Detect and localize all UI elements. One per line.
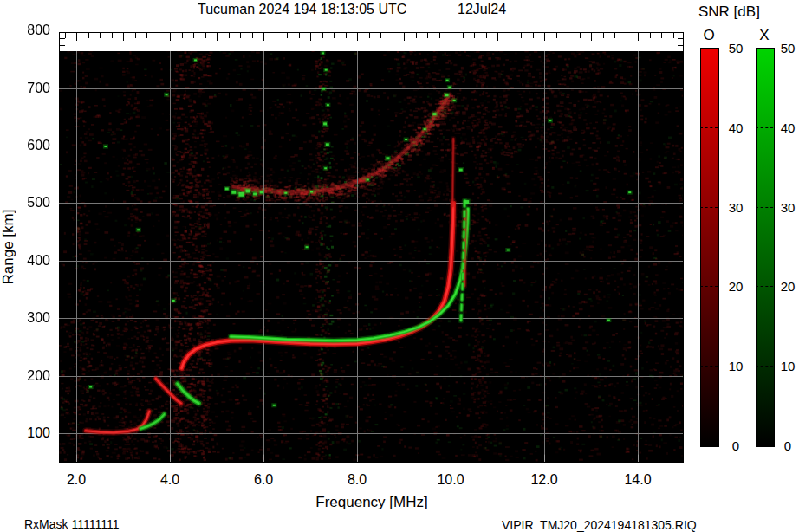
- axis-tick: [591, 33, 592, 41]
- colorbar-tick-dash: [756, 207, 773, 208]
- axis-tick: [603, 33, 604, 38]
- o-colorbar: [700, 48, 719, 447]
- ionogram-page: Tucuman 2024 194 18:13:05 UTC 12Jul24 SN…: [0, 0, 799, 532]
- axis-tick: [650, 33, 651, 38]
- colorbar-tick-label: 10: [724, 360, 747, 373]
- colorbar-tick-label: 50: [724, 42, 747, 55]
- axis-tick: [252, 33, 253, 38]
- axis-tick: [544, 33, 545, 41]
- x-axis-title: Frequency [MHz]: [285, 494, 458, 511]
- axis-tick: [159, 33, 159, 38]
- colorbar-tick-dash: [700, 366, 718, 367]
- x-tick-label: 14.0: [619, 472, 657, 488]
- y-tick-label: 500: [16, 196, 50, 210]
- axis-tick: [299, 33, 300, 38]
- axis-tick: [263, 33, 264, 41]
- colorbar-tick-label: 40: [776, 121, 799, 134]
- x-tick-label: 8.0: [338, 472, 376, 488]
- colorbar-title: SNR [dB]: [698, 3, 760, 21]
- x-tick-label: 12.0: [525, 472, 563, 488]
- axis-tick: [76, 33, 77, 41]
- colorbar-tick-label: 0: [776, 439, 799, 452]
- y-tick-label: 800: [16, 23, 50, 37]
- axis-tick: [135, 33, 136, 38]
- axis-tick: [614, 33, 615, 38]
- x-tick-label: 4.0: [151, 472, 189, 488]
- x-tick-label: 6.0: [244, 472, 283, 488]
- colorbar-tick-dash: [700, 127, 718, 128]
- axis-tick: [439, 33, 440, 38]
- colorbar-tick-label: 0: [724, 439, 747, 452]
- page-title: Tucuman 2024 194 18:13:05 UTC: [198, 2, 406, 17]
- axis-tick: [427, 33, 428, 38]
- colorbar-tick-label: 10: [776, 360, 799, 373]
- axis-tick: [287, 33, 288, 38]
- file-name-label: VIPIR TMJ20_2024194181305.RIQ: [502, 518, 697, 532]
- axis-tick: [580, 33, 581, 38]
- x-tick-label: 10.0: [432, 472, 470, 488]
- date-label: 12Jul24: [458, 2, 506, 17]
- axis-tick: [673, 33, 674, 38]
- axis-tick: [416, 33, 417, 38]
- rx-mask-label: RxMask 11111111: [24, 517, 119, 531]
- axis-tick: [334, 33, 335, 38]
- axis-tick: [217, 33, 218, 41]
- colorbar-tick-label: 20: [724, 280, 747, 293]
- axis-tick: [170, 33, 171, 41]
- axis-tick: [474, 33, 475, 38]
- y-tick-label: 300: [16, 311, 50, 325]
- ionogram-canvas: [59, 51, 683, 462]
- axis-tick: [229, 33, 230, 38]
- colorbar-tick-dash: [756, 127, 773, 128]
- axis-tick: [60, 38, 65, 39]
- axis-tick: [451, 33, 451, 41]
- axis-tick: [276, 33, 276, 38]
- colorbar-tick-label: 30: [724, 201, 747, 214]
- axis-tick: [193, 33, 194, 38]
- colorbar-tick-dash: [700, 286, 718, 287]
- axis-tick: [521, 33, 522, 38]
- axis-tick: [404, 33, 405, 41]
- axis-tick: [346, 33, 347, 38]
- axis-tick: [369, 33, 370, 38]
- axis-tick: [146, 33, 147, 38]
- x-colorbar: [756, 48, 775, 447]
- axis-tick: [240, 33, 241, 38]
- axis-tick: [322, 33, 323, 38]
- o-mode-label: O: [694, 27, 724, 44]
- axis-tick: [182, 33, 183, 38]
- axis-tick: [661, 33, 662, 38]
- axis-tick: [510, 33, 510, 38]
- axis-tick: [60, 45, 65, 46]
- colorbar-tick-label: 30: [776, 201, 799, 214]
- axis-tick: [357, 33, 358, 41]
- axis-tick: [123, 33, 124, 41]
- axis-tick: [100, 33, 101, 38]
- y-tick-label: 400: [16, 254, 50, 268]
- axis-tick: [638, 33, 639, 41]
- y-tick-label: 100: [16, 426, 50, 440]
- axis-tick: [627, 33, 627, 38]
- x-mode-label: X: [750, 27, 779, 44]
- axis-tick: [393, 33, 393, 38]
- axis-tick: [678, 45, 683, 46]
- y-tick-label: 700: [16, 81, 50, 95]
- axis-tick: [497, 33, 498, 41]
- axis-tick: [380, 33, 381, 38]
- axis-tick: [463, 33, 464, 38]
- axis-tick: [112, 33, 113, 38]
- colorbar-tick-label: 40: [724, 121, 747, 134]
- axis-tick: [88, 33, 89, 38]
- x-tick-label: 2.0: [57, 472, 95, 488]
- colorbar-tick-dash: [756, 286, 773, 287]
- axis-tick: [486, 33, 487, 38]
- axis-tick: [568, 33, 568, 38]
- axis-tick: [205, 33, 206, 38]
- axis-tick: [310, 33, 311, 41]
- axis-tick: [678, 38, 683, 39]
- colorbar-tick-dash: [700, 207, 718, 208]
- y-tick-label: 600: [16, 139, 50, 152]
- colorbar-tick-label: 20: [776, 280, 799, 293]
- colorbar-tick-dash: [756, 366, 773, 367]
- axis-tick: [556, 33, 557, 38]
